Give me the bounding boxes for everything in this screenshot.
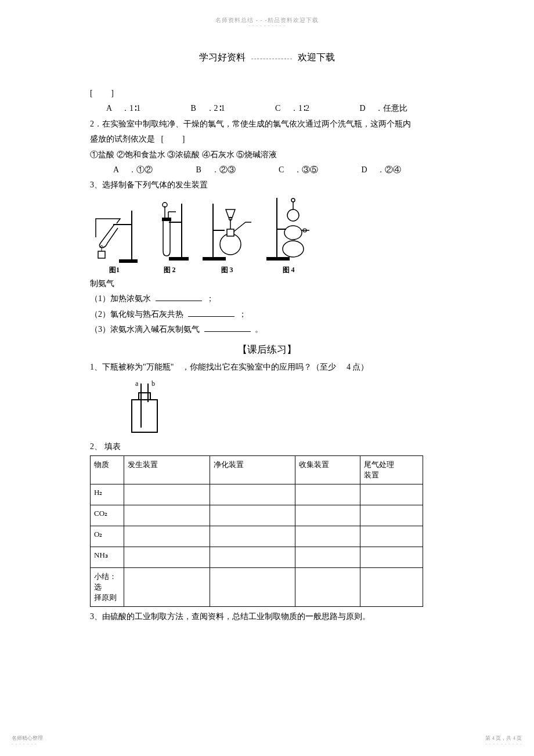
q1-opt-b: B．2∶1 <box>191 102 276 115</box>
fig2-label: 图 2 <box>164 265 176 275</box>
page-header: 学习好资料 欢迎下载 <box>90 52 444 64</box>
cell-input[interactable] <box>295 568 360 607</box>
row-nh3: NH₃ <box>91 547 124 568</box>
table-row: O₂ <box>91 526 423 547</box>
th-tailgas: 尾气处理 装置 <box>360 456 423 484</box>
cell-input[interactable] <box>124 547 210 568</box>
cell-input[interactable] <box>124 484 210 505</box>
page-footer: 名师精心整理 - - - - - - - 第 4 页，共 4 页 - - - -… <box>12 735 522 747</box>
th-substance: 物质 <box>91 456 124 484</box>
q1-opt-c: C．1∶2 <box>275 102 360 115</box>
p2-stem: 2、 填表 <box>90 440 444 453</box>
q1-opt-d: D．任意比 <box>360 102 445 115</box>
row-o2: O₂ <box>91 526 124 547</box>
cell-input[interactable] <box>360 505 423 526</box>
port-a-label: a <box>135 380 139 388</box>
table-row: CO₂ <box>91 505 423 526</box>
row-co2: CO₂ <box>91 505 124 526</box>
apparatus-fig3: 图 3 <box>200 201 254 275</box>
header-left: 学习好资料 <box>199 52 246 62</box>
blank-input[interactable] <box>156 293 202 301</box>
svg-rect-19 <box>266 257 290 261</box>
p3-stem: 3、由硫酸的工业制取方法，查阅资料，总结工业制取物质的一般思路与原则。 <box>90 610 444 623</box>
cell-input[interactable] <box>295 526 360 547</box>
row-summary: 小结：选 择原则 <box>91 568 124 607</box>
cell-input[interactable] <box>210 484 295 505</box>
row-h2: H₂ <box>91 484 124 505</box>
q1-bracket: [ ] <box>90 87 444 100</box>
table-row: NH₃ <box>91 547 423 568</box>
svg-rect-28 <box>132 400 157 432</box>
cell-input[interactable] <box>360 484 423 505</box>
fig4-label: 图 4 <box>283 265 295 275</box>
header-right: 欢迎下载 <box>298 52 335 62</box>
q2-stem-2: 盛放的试剂依次是 [ ] <box>90 133 444 146</box>
cell-input[interactable] <box>210 547 295 568</box>
blank-input[interactable] <box>204 324 251 332</box>
svg-rect-1 <box>119 259 138 263</box>
fig3-label: 图 3 <box>221 265 233 275</box>
apparatus-row: 图1 图 2 <box>90 196 444 275</box>
footer-left: 名师精心整理 - - - - - - - <box>12 735 43 747</box>
cell-input[interactable] <box>295 505 360 526</box>
substances-table: 物质 发生装置 净化装置 收集装置 尾气处理 装置 H₂ CO₂ O₂ <box>90 455 423 607</box>
cell-input[interactable] <box>210 568 295 607</box>
practice-title: 【课后练习】 <box>90 343 444 356</box>
cell-input[interactable] <box>210 505 295 526</box>
q2-opt-d: D．②④ <box>362 164 445 176</box>
apparatus-fig4: 图 4 <box>264 196 313 275</box>
th-purify: 净化装置 <box>210 456 295 484</box>
svg-point-15 <box>220 234 241 255</box>
q3-item-3: （3）浓氨水滴入碱石灰制氨气 。 <box>90 323 444 336</box>
top-watermark: 名师资料总结 - - -精品资料欢迎下载 - - - - - - - - - - <box>0 0 534 28</box>
apparatus-fig1: 图1 <box>90 208 139 275</box>
cell-input[interactable] <box>210 526 295 547</box>
cell-input[interactable] <box>295 547 360 568</box>
q3-item-2: （2）氯化铵与熟石灰共热 ； <box>90 308 444 321</box>
svg-point-21 <box>283 241 304 257</box>
cell-input[interactable] <box>124 526 210 547</box>
cell-input[interactable] <box>295 484 360 505</box>
q3-stem: 3、选择制备下列气体的发生装置 <box>90 179 444 191</box>
cell-input[interactable] <box>360 568 423 607</box>
universal-bottle-figure: a b <box>121 380 444 438</box>
q1-options: A．1∶1 B．2∶1 C．1∶2 D．任意比 <box>90 102 444 115</box>
wm-sep: - - - <box>254 17 268 23</box>
header-underline <box>251 59 292 59</box>
kipps-generator-icon <box>264 196 313 264</box>
p1-stem: 1、下瓶被称为"万能瓶" ，你能找出它在实验室中的应用吗？（至少 4 点） <box>90 361 444 374</box>
th-collect: 收集装置 <box>295 456 360 484</box>
svg-rect-7 <box>162 218 171 221</box>
round-flask-funnel-icon <box>200 201 254 264</box>
q3-item-1: （1）加热浓氨水 ； <box>90 292 444 305</box>
svg-rect-13 <box>203 257 226 261</box>
q2-opt-c: C．③⑤ <box>279 164 362 176</box>
svg-point-23 <box>287 209 299 221</box>
table-row: H₂ <box>91 484 423 505</box>
thistle-funnel-tube-icon <box>149 201 190 264</box>
q1-opt-a: A．1∶1 <box>106 102 191 115</box>
th-generator: 发生装置 <box>124 456 210 484</box>
q3-after: 制氨气 <box>90 277 444 290</box>
svg-rect-3 <box>98 251 105 258</box>
apparatus-fig2: 图 2 <box>149 201 190 275</box>
cell-input[interactable] <box>360 526 423 547</box>
wm-right: 精品资料欢迎下载 <box>268 17 319 23</box>
cell-input[interactable] <box>124 505 210 526</box>
cell-input[interactable] <box>360 547 423 568</box>
footer-dashes: - - - - - - - - - - <box>485 741 522 747</box>
table-header-row: 物质 发生装置 净化装置 收集装置 尾气处理 装置 <box>91 456 423 484</box>
q2-opt-a: A．①② <box>113 164 196 176</box>
port-b-label: b <box>151 380 155 388</box>
table-row-summary: 小结：选 择原则 <box>91 568 423 607</box>
svg-point-22 <box>284 226 302 240</box>
wm-left: 名师资料总结 <box>215 17 254 23</box>
svg-rect-16 <box>227 229 234 236</box>
gas-washing-bottle-icon: a b <box>121 380 168 438</box>
blank-input[interactable] <box>188 309 234 317</box>
cell-input[interactable] <box>124 568 210 607</box>
wm-dashes: - - - - - - - - - - <box>0 23 534 28</box>
footer-dashes: - - - - - - - <box>12 741 43 747</box>
q2-reagents: ①盐酸 ②饱和食盐水 ③浓硫酸 ④石灰水 ⑤烧碱溶液 <box>90 149 444 161</box>
q2-options: A．①② B．②③ C．③⑤ D．②④ <box>90 164 444 176</box>
